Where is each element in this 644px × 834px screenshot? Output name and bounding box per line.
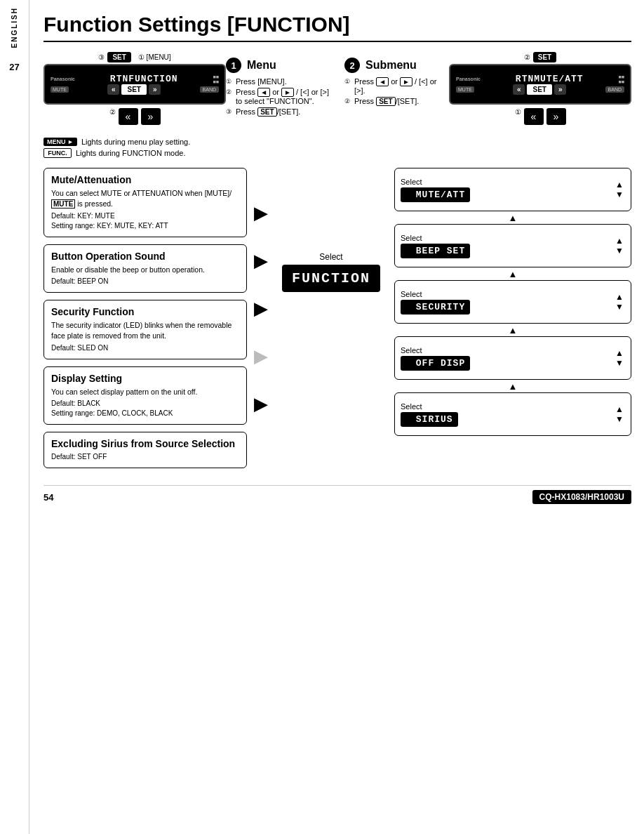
submenu-disp-vertical-arrows: ▲ ▼ (615, 349, 624, 367)
submenu-sirius-vertical-arrows: ▲ ▼ (615, 405, 624, 423)
set-button-label: SET (107, 52, 130, 62)
submenu-security-arrow: ► (405, 302, 412, 312)
submenu-beep-set: Select ► BEEP SET ▲ ▼ (394, 224, 631, 267)
side-icons-left: ■■■■ (213, 74, 219, 84)
footer-model: CQ-HX1083/HR1003U (532, 490, 631, 504)
feature-sirius-title: Excluding Sirius from Source Selection (51, 438, 239, 449)
feature-display-default: Default: BLACKSetting range: DEMO, CLOCK… (51, 399, 239, 418)
legend-menu-box: MENU ► (43, 138, 77, 146)
legend-func-desc: Lights during FUNCTION mode. (76, 149, 186, 157)
submenu-steps: ①Press ◄ or ► / [<] or [>]. ②Press SET/[… (344, 77, 449, 106)
submenu-header: 2 Submenu (344, 58, 449, 73)
device-display-right: Panasonic RTNMUTE/ATT ■■■■ MUTE « SET » (449, 64, 631, 105)
band-label: BAND (200, 86, 219, 93)
feature-button-desc: Enable or disable the beep or button ope… (51, 265, 239, 275)
display-text-right: RTNMUTE/ATT (481, 74, 619, 84)
down-arrow-4: ▼ (615, 359, 624, 367)
device-display-left: Panasonic RTNFUNCTION ■■■■ MUTE « SET » (43, 64, 226, 105)
arrow-to-display: ▶ (254, 332, 268, 380)
arrow-left-btn[interactable]: « (119, 108, 138, 125)
submenu-security-vertical-arrows: ▲ ▼ (615, 293, 624, 311)
main-content: Function Settings [FUNCTION] ③ SET ① [ME… (29, 0, 644, 517)
display-text-left: RTNFUNCTION (75, 74, 213, 84)
nav-left-right: « (513, 84, 525, 95)
arrow-left-btn-right[interactable]: « (524, 108, 544, 125)
nav-right-right: » (554, 84, 567, 95)
arrow-right-btn[interactable]: » (141, 108, 161, 125)
submenu-mute-vertical-arrows: ▲ ▼ (615, 180, 624, 199)
brand-label-left: Panasonic (51, 77, 75, 81)
submenu-beep-select-label: Select (401, 234, 422, 242)
down-arrow-2: ▼ (615, 246, 624, 255)
menu-instructions: 1 Menu ①Press [MENU]. ②Press ◄ or ► / [<… (226, 58, 330, 119)
legend-section: MENU ► Lights during menu play setting. … (43, 138, 631, 158)
submenu-security-select-label: Select (401, 290, 422, 298)
diagram-right-top-annotation: ② SET (524, 52, 556, 62)
between-arrow-1: ▲ (394, 214, 631, 221)
band-label-right: BAND (605, 86, 624, 93)
content-3col: Mute/Attenuation You can select MUTE or … (43, 168, 631, 468)
arrow-to-beep: ▶ (254, 237, 268, 284)
submenu-off-disp: Select ► OFF DISP ▲ ▼ (394, 336, 631, 380)
sidebar: ENGLISH 27 (0, 0, 29, 834)
submenu-disp-arrow: ► (405, 358, 412, 369)
submenu-disp-display: ► OFF DISP (401, 356, 470, 371)
diagrams-row: ③ SET ① [MENU] Panasonic RTNFUNCTION ■■■… (43, 52, 631, 125)
feature-mute-default: Default: KEY: MUTESetting range: KEY: MU… (51, 211, 239, 231)
display-icons-left: MUTE (51, 86, 69, 93)
up-arrow-2: ▲ (615, 237, 624, 245)
between-arrow-2: ▲ (394, 270, 631, 277)
feature-mute-title: Mute/Attenuation (51, 174, 239, 185)
set-display-right: SET (527, 84, 551, 95)
step1-menu-label: ① [MENU] (138, 53, 171, 61)
footer-page-number: 54 (43, 492, 53, 503)
down-arrow: ▼ (615, 190, 624, 199)
menu-title: Menu (247, 59, 276, 72)
diagram-left: ③ SET ① [MENU] Panasonic RTNFUNCTION ■■■… (43, 52, 226, 125)
submenu-column: Select ► MUTE/ATT ▲ ▼ ▲ Select ► BEEP SE… (387, 168, 631, 436)
feature-button-title: Button Operation Sound (51, 251, 239, 262)
submenu-sirius: Select ► SIRIUS ▲ ▼ (394, 392, 631, 436)
arrow-right-btn-right[interactable]: » (546, 108, 566, 125)
features-column: Mute/Attenuation You can select MUTE or … (43, 168, 247, 468)
up-arrow: ▲ (615, 180, 624, 189)
page-footer: 54 CQ-HX1083/HR1003U (43, 485, 631, 504)
submenu-sirius-display: ► SIRIUS (401, 412, 458, 427)
function-display: FUNCTION (282, 265, 380, 292)
feature-arrows: ▶ ▶ ▶ ▶ ▶ (247, 168, 275, 428)
feature-display-title: Display Setting (51, 373, 239, 384)
submenu-beep-vertical-arrows: ▲ ▼ (615, 237, 624, 255)
arrow-to-security: ▶ (254, 284, 268, 332)
up-arrow-5: ▲ (615, 405, 624, 413)
diagram-right-arrows: ① « » (515, 108, 566, 125)
menu-circle-num: 1 (226, 58, 241, 73)
legend-func-box: FUNC. (43, 148, 72, 158)
middle-column: Select FUNCTION (275, 168, 387, 292)
submenu-instructions: 2 Submenu ①Press ◄ or ► / [<] or [>]. ②P… (344, 58, 449, 119)
submenu-beep-arrow: ► (405, 246, 412, 256)
diagram-right: ② SET Panasonic RTNMUTE/ATT ■■■■ MUTE (449, 52, 631, 125)
step3-label: ③ (98, 53, 105, 61)
legend-item-func: FUNC. Lights during FUNCTION mode. (43, 148, 631, 158)
step2-label-left: ② (109, 108, 116, 125)
between-arrow-4: ▲ (394, 383, 631, 390)
arrow-to-sirius: ▶ (254, 380, 268, 428)
menu-step-1: ①Press [MENU]. (226, 77, 330, 86)
feature-display-setting: Display Setting You can select display p… (43, 366, 247, 425)
diagram-left-arrows: ② « » (109, 108, 161, 125)
sidebar-page-number: 27 (9, 62, 19, 72)
feature-security-title: Security Function (51, 306, 239, 317)
nav-right-left: » (149, 84, 161, 95)
nav-left-left: « (107, 84, 120, 95)
set-button-label-right: SET (533, 52, 556, 62)
select-function-label: Select (319, 252, 342, 262)
between-arrow-3: ▲ (394, 326, 631, 333)
display-icons-right: MUTE (456, 86, 474, 93)
submenu-sirius-arrow: ► (405, 414, 412, 425)
side-icons-right: ■■■■ (619, 74, 624, 84)
feature-button-default: Default: BEEP ON (51, 277, 239, 286)
menu-steps: ①Press [MENU]. ②Press ◄ or ► / [<] or [>… (226, 77, 330, 117)
menu-header: 1 Menu (226, 58, 330, 73)
submenu-title: Submenu (365, 59, 417, 72)
submenu-step-2: ②Press SET/[SET]. (344, 97, 449, 106)
